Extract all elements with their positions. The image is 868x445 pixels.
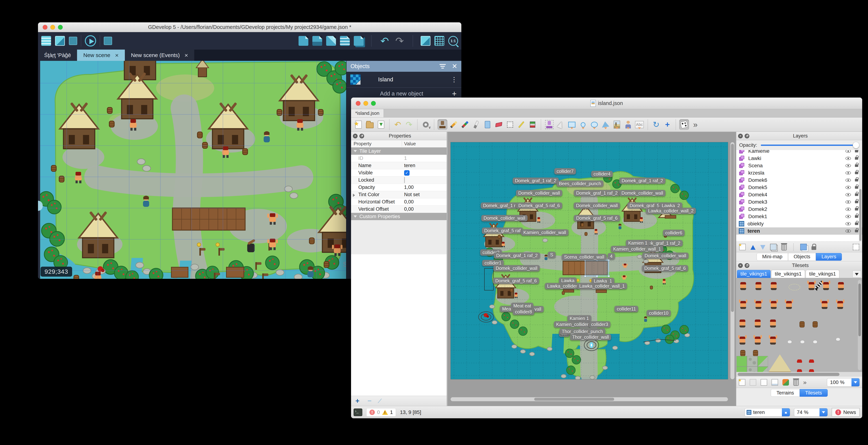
export-tileset-icon[interactable] xyxy=(761,379,767,386)
float-layers-icon[interactable] xyxy=(745,134,749,138)
tileset-sprite[interactable] xyxy=(822,301,828,309)
tileset-sprite[interactable] xyxy=(838,282,844,290)
object-list-item[interactable]: Island ⋮ xyxy=(346,72,461,88)
tileset-sprite[interactable] xyxy=(740,301,746,309)
magic-wand-icon[interactable] xyxy=(517,119,526,130)
checked-checkbox[interactable]: ✓ xyxy=(404,170,409,176)
property-group-header[interactable]: Tile Layer xyxy=(351,148,446,155)
map-object-label[interactable]: Thor_collider_wall xyxy=(570,334,611,340)
close-properties-icon[interactable]: ✕ xyxy=(353,134,358,138)
map-object-label[interactable]: collider8 xyxy=(513,309,534,315)
lock-layer-icon[interactable] xyxy=(811,246,816,250)
layer-lock-icon[interactable] xyxy=(855,215,858,218)
redo-icon[interactable]: ↷ xyxy=(394,35,405,47)
tileset-sprite[interactable] xyxy=(771,282,777,290)
unchecked-checkbox[interactable] xyxy=(404,177,405,183)
map-object-label[interactable]: Thor_collider_punch xyxy=(559,328,606,335)
close-tilesets-icon[interactable]: ✕ xyxy=(738,263,743,268)
tileset-sprite[interactable] xyxy=(740,319,745,327)
filter-icon[interactable] xyxy=(439,64,446,68)
layer-visibility-icon[interactable] xyxy=(845,200,851,203)
tileset-tab-dropdown-icon[interactable] xyxy=(852,271,861,278)
select-object-icon[interactable] xyxy=(556,119,565,130)
issues-box[interactable]: ! 0 1 xyxy=(366,408,396,416)
map-object-label[interactable]: Bees_collider_punch xyxy=(557,181,603,187)
layer-stepper-icon[interactable] xyxy=(782,408,790,416)
property-row[interactable]: Visible✓ xyxy=(351,169,446,177)
layer-lock-icon[interactable] xyxy=(855,201,858,203)
objects-stamp-icon[interactable] xyxy=(545,119,554,130)
map-object-label[interactable]: Kamien 1 xyxy=(567,315,591,322)
tileset-tab[interactable]: tile_vikings1 xyxy=(737,270,771,278)
close-tab-icon[interactable]: × xyxy=(115,52,119,59)
new-file-icon[interactable]: ★ xyxy=(353,119,364,130)
map-zoom-dropdown-icon[interactable] xyxy=(819,408,828,416)
map-object-label[interactable]: Scena_collider_wall xyxy=(562,254,607,260)
dock-tab-mini-map[interactable]: Mini-map xyxy=(756,253,788,261)
property-value[interactable]: Not set xyxy=(402,192,420,197)
map-object-label[interactable]: 4 xyxy=(608,253,615,259)
layers-scrollbar[interactable] xyxy=(859,150,862,242)
map-object-label[interactable]: Meat eat xyxy=(511,303,533,309)
property-row[interactable]: Opacity1,00 xyxy=(351,184,446,191)
map-object-label[interactable]: Domek_collider_wall xyxy=(642,253,688,259)
remove-property-icon[interactable]: − xyxy=(367,397,371,405)
property-value[interactable]: 1,00 xyxy=(402,185,414,190)
zoom-window-button[interactable] xyxy=(371,101,376,106)
shape-fill-icon[interactable] xyxy=(471,119,481,130)
layer-lock-icon[interactable] xyxy=(855,222,858,225)
tiled-titlebar[interactable]: island.json xyxy=(351,98,862,109)
tileset-sprite[interactable] xyxy=(797,369,802,372)
map-object-label[interactable]: Domek_graf_5 raf_6 xyxy=(493,278,539,284)
tileset-sprite[interactable] xyxy=(800,321,805,327)
layer-lock-icon[interactable] xyxy=(855,164,858,167)
tileset-view[interactable] xyxy=(736,278,862,372)
instances-list-icon[interactable] xyxy=(340,36,350,46)
map-object-label[interactable]: collider6 xyxy=(663,230,684,236)
map-object-label[interactable]: Domek_graf_5 raf_6 xyxy=(574,215,620,221)
map-object-label[interactable]: Domek_collider_wall xyxy=(516,190,562,196)
add-property-icon[interactable]: + xyxy=(355,397,360,405)
layer-visibility-icon[interactable] xyxy=(845,164,851,167)
rotate-icon[interactable]: ↻ xyxy=(651,119,661,130)
tileset-sprite[interactable] xyxy=(787,340,792,344)
insert-template-icon[interactable] xyxy=(623,119,633,130)
dock-tab-objects[interactable]: Objects xyxy=(788,253,816,261)
insert-polygon-icon[interactable] xyxy=(601,119,611,130)
map-object-label[interactable]: collider11 xyxy=(614,306,638,312)
property-row[interactable]: Locked xyxy=(351,177,446,184)
tileset-sprite[interactable] xyxy=(813,321,818,327)
tileset-sprite[interactable] xyxy=(737,356,747,367)
property-value[interactable] xyxy=(402,177,405,183)
tileset-sprite[interactable] xyxy=(753,350,758,356)
tileset-sprite[interactable] xyxy=(755,319,761,327)
move-icon[interactable]: + xyxy=(662,119,672,130)
tileset-sprite[interactable] xyxy=(770,319,776,327)
tileset-sprite[interactable] xyxy=(788,284,800,290)
tileset-sprite[interactable] xyxy=(813,340,817,344)
import-tileset-icon[interactable] xyxy=(750,379,756,386)
tileset-sprite[interactable] xyxy=(747,367,757,372)
property-row[interactable]: Vertical Offset0,00 xyxy=(351,205,446,213)
close-window-button[interactable] xyxy=(356,101,361,106)
map-object-label[interactable]: collider10 xyxy=(647,310,671,316)
tileset-sprite[interactable] xyxy=(771,301,777,309)
map-object-label[interactable]: Domek_collider_wall xyxy=(574,202,620,209)
map-object-label[interactable]: Kamien_collider_wall_1 xyxy=(611,246,663,252)
map-object-label[interactable]: collider4 xyxy=(591,171,613,177)
map-vertical-scrollbar[interactable] xyxy=(731,142,735,379)
layer-lock-icon[interactable] xyxy=(855,172,858,174)
edit-objects-icon[interactable] xyxy=(312,36,322,46)
insert-tile-icon[interactable] xyxy=(612,119,622,130)
map-object-label[interactable]: Kamien 1 xyxy=(626,240,650,246)
tileset-sprite[interactable] xyxy=(755,282,761,290)
insert-ellipse-icon[interactable] xyxy=(589,119,599,130)
tileset-sprite[interactable] xyxy=(809,369,814,372)
layer-row-obiekty[interactable]: obiekty xyxy=(736,220,862,227)
layer-row-Domek6[interactable]: Domek6 xyxy=(736,177,862,184)
toggle-grid-icon[interactable] xyxy=(434,36,444,46)
rect-select-icon[interactable] xyxy=(505,119,515,130)
open-file-icon[interactable] xyxy=(365,119,375,130)
tileset-sprite[interactable] xyxy=(797,359,802,362)
opacity-slider[interactable] xyxy=(761,141,859,149)
